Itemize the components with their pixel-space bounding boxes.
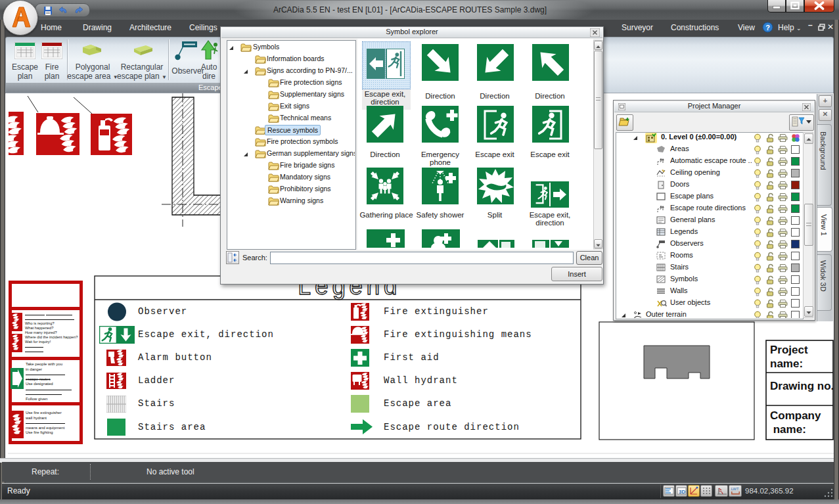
svg-text:3D: 3D xyxy=(679,489,685,495)
svg-text:LWT: LWT xyxy=(731,487,739,491)
svg-text:?: ? xyxy=(765,24,770,32)
